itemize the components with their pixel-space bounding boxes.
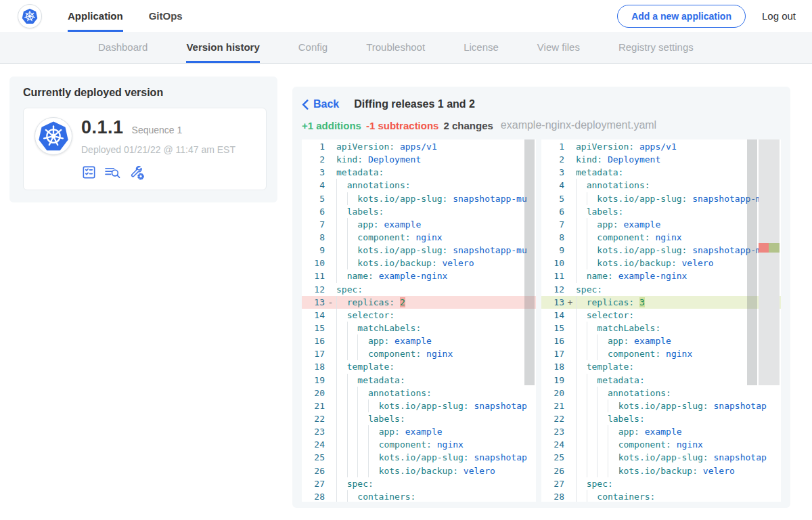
primary-tab-application[interactable]: Application — [68, 0, 123, 32]
code-line: 8component: nginx — [541, 231, 781, 244]
subnav-item-troubleshoot[interactable]: Troubleshoot — [366, 32, 425, 63]
code-line: 17component: nginx — [302, 347, 536, 360]
back-link[interactable]: Back — [302, 98, 339, 110]
code-line: 22labels: — [302, 412, 536, 425]
diff-overview-ruler — [759, 139, 780, 502]
logout-link[interactable]: Log out — [762, 10, 796, 22]
add-application-button[interactable]: Add a new application — [617, 5, 746, 28]
scrollbar-thumb[interactable] — [524, 139, 535, 385]
ruler-addition-mark — [769, 243, 780, 253]
code-line: 3metadata: — [302, 166, 536, 179]
code-line: 12spec: — [302, 283, 536, 296]
code-line: 21kots.io/app-slug: snapshotap — [541, 399, 781, 412]
code-line: 22labels: — [541, 412, 781, 425]
code-line: 3metadata: — [541, 166, 781, 179]
code-line: 11name: example-nginx — [302, 269, 536, 282]
code-line: 10kots.io/backup: velero — [302, 257, 536, 269]
code-line: 10kots.io/backup: velero — [541, 257, 781, 269]
subnav-item-view-files[interactable]: View files — [537, 32, 580, 63]
code-line: 18template: — [302, 360, 536, 373]
currently-deployed-card: Currently deployed version — [9, 77, 277, 202]
version-action-icons — [81, 164, 235, 180]
version-number: 0.1.1 — [81, 117, 124, 138]
release-notes-icon[interactable] — [81, 165, 97, 180]
view-diff-lines-icon[interactable] — [104, 165, 121, 180]
scrollbar-thumb[interactable] — [747, 139, 757, 385]
code-line: 16app: example — [302, 334, 536, 347]
code-line: 7app: example — [541, 218, 781, 231]
subnav-item-registry-settings[interactable]: Registry settings — [618, 32, 694, 63]
app-version-logo — [35, 117, 72, 155]
main-content: Currently deployed version — [0, 64, 812, 508]
code-line: 1apiVersion: apps/v1 — [302, 140, 536, 153]
code-line: 13+replicas: 3 — [541, 296, 781, 309]
code-line: 14selector: — [541, 309, 781, 322]
subtractions-count: -1 subtractions — [366, 120, 439, 131]
code-line: 11name: example-nginx — [541, 269, 781, 282]
primary-nav: ApplicationGitOps — [68, 0, 183, 32]
code-line: 25kots.io/app-slug: snapshotap — [541, 451, 781, 464]
code-line: 28containers: — [302, 490, 536, 502]
deployed-version-panel: 0.1.1 Sequence 1 Deployed 01/21/22 @ 11:… — [23, 108, 267, 190]
code-line: 2kind: Deployment — [302, 153, 536, 166]
code-line: 18template: — [541, 360, 781, 373]
code-line: 27spec: — [541, 477, 781, 490]
code-line: 17component: nginx — [541, 347, 781, 360]
config-wrench-gear-icon[interactable] — [129, 164, 145, 180]
chevron-left-icon — [302, 100, 309, 110]
diff-editors: 1apiVersion: apps/v12kind: Deployment3me… — [302, 139, 781, 502]
code-line: 4annotations: — [541, 179, 781, 192]
deployed-timestamp: Deployed 01/21/22 @ 11:47 am EST — [81, 144, 235, 155]
kubernetes-logo-icon — [38, 121, 69, 152]
code-line: 19metadata: — [302, 374, 536, 387]
code-line: 27spec: — [302, 477, 536, 490]
diff-pane-original[interactable]: 1apiVersion: apps/v12kind: Deployment3me… — [302, 139, 536, 502]
app-subnav: DashboardVersion historyConfigTroublesho… — [0, 32, 812, 64]
code-line: 26kots.io/backup: velero — [541, 464, 781, 477]
top-nav: ApplicationGitOps Add a new application … — [0, 0, 812, 32]
code-line: 15matchLabels: — [302, 322, 536, 334]
ruler-deletion-mark — [759, 243, 769, 253]
code-line: 1apiVersion: apps/v1 — [541, 140, 781, 153]
subnav-item-dashboard[interactable]: Dashboard — [98, 32, 148, 63]
code-line: 7app: example — [302, 218, 536, 231]
code-line: 20annotations: — [541, 387, 781, 399]
code-line: 15matchLabels: — [541, 322, 781, 334]
code-line: 12spec: — [541, 283, 781, 296]
diff-summary: +1 additions -1 subtractions 2 changes e… — [302, 119, 781, 131]
code-line: 25kots.io/app-slug: snapshotap — [302, 451, 536, 464]
code-lines-modified: 1apiVersion: apps/v12kind: Deployment3me… — [541, 139, 781, 502]
sequence-label: Sequence 1 — [132, 125, 183, 135]
ruler-viewport-indicator — [759, 139, 780, 385]
code-line: 19metadata: — [541, 374, 781, 387]
diff-filename: example-nginx-deployment.yaml — [501, 119, 656, 131]
code-line: 20annotations: — [302, 387, 536, 399]
diff-pane-modified[interactable]: 1apiVersion: apps/v12kind: Deployment3me… — [541, 139, 781, 502]
code-line: 9kots.io/app-slug: snapshotapp-mu — [541, 244, 781, 257]
changes-count: 2 changes — [443, 120, 493, 131]
subnav-item-license[interactable]: License — [464, 32, 499, 63]
code-line: 2kind: Deployment — [541, 153, 781, 166]
code-line: 21kots.io/app-slug: snapshotap — [302, 399, 536, 412]
code-line: 5kots.io/app-slug: snapshotapp-mu — [541, 192, 781, 205]
code-line: 23app: example — [541, 425, 781, 438]
subnav-item-config[interactable]: Config — [298, 32, 328, 63]
code-line: 23app: example — [302, 425, 536, 438]
code-lines-original: 1apiVersion: apps/v12kind: Deployment3me… — [302, 139, 536, 502]
diff-title: Diffing releases 1 and 2 — [354, 98, 475, 110]
code-line: 26kots.io/backup: velero — [302, 464, 536, 477]
app-logo[interactable] — [18, 4, 42, 28]
additions-count: +1 additions — [302, 120, 361, 131]
code-line: 5kots.io/app-slug: snapshotapp-mu — [302, 192, 536, 205]
kubernetes-logo-icon — [22, 8, 38, 24]
code-line: 8component: nginx — [302, 231, 536, 244]
code-line: 13-replicas: 2 — [302, 296, 536, 309]
code-line: 6labels: — [541, 205, 781, 218]
code-line: 24component: nginx — [541, 438, 781, 451]
code-line: 6labels: — [302, 205, 536, 218]
subnav-item-version-history[interactable]: Version history — [186, 32, 259, 63]
code-line: 9kots.io/app-slug: snapshotapp-mu — [302, 244, 536, 257]
primary-tab-gitops[interactable]: GitOps — [149, 0, 183, 32]
deployed-card-title: Currently deployed version — [23, 87, 267, 99]
code-line: 16app: example — [541, 334, 781, 347]
